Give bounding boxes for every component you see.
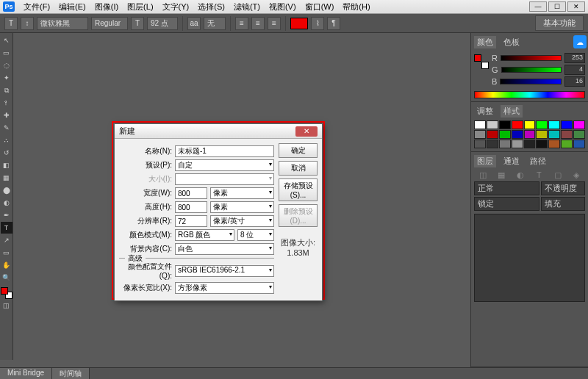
move-tool[interactable]: ↖ — [1, 35, 12, 46]
tab-channels[interactable]: 通道 — [501, 155, 523, 167]
swatch-item[interactable] — [561, 120, 573, 129]
save-preset-button[interactable]: 存储预设(S)... — [279, 178, 318, 201]
filter-pixel-icon[interactable]: ▦ — [493, 170, 511, 180]
type-tool[interactable]: T — [1, 222, 12, 234]
gradient-tool[interactable]: ▦ — [1, 172, 12, 184]
align-center-icon[interactable]: ≡ — [251, 17, 265, 30]
aspect-select[interactable]: 方形像素 — [175, 282, 274, 294]
cancel-button[interactable]: 取消 — [279, 161, 318, 176]
swatch-item[interactable] — [524, 130, 536, 139]
minibridge-tab[interactable]: Mini Bridge — [0, 368, 52, 379]
swatch-item[interactable] — [487, 140, 498, 148]
eraser-tool[interactable]: ◧ — [1, 159, 12, 171]
antialias-select[interactable]: aa — [187, 17, 201, 30]
swatch-item[interactable] — [499, 130, 511, 139]
swatch-item[interactable] — [524, 120, 536, 129]
resolution-unit-select[interactable]: 像素/英寸 — [210, 215, 274, 227]
filter-shape-icon[interactable]: ▢ — [549, 170, 567, 180]
swatch-item[interactable] — [474, 140, 486, 148]
menu-edit[interactable]: 编辑(E) — [54, 0, 90, 14]
text-color-swatch[interactable] — [290, 18, 308, 29]
zoom-tool[interactable]: 🔍 — [1, 272, 12, 284]
panel-bg-color[interactable] — [481, 62, 489, 69]
dialog-titlebar[interactable]: 新建 ✕ — [115, 124, 322, 139]
filter-adjust-icon[interactable]: ◐ — [512, 170, 529, 180]
swatch-item[interactable] — [573, 130, 585, 139]
swatch-item[interactable] — [512, 140, 523, 148]
panel-fg-bg[interactable] — [474, 54, 489, 69]
swatch-item[interactable] — [536, 120, 548, 129]
advanced-divider[interactable]: 高级 — [119, 258, 274, 259]
marquee-tool[interactable]: ▭ — [1, 47, 12, 59]
g-slider[interactable] — [501, 67, 562, 73]
type-tool-icon[interactable]: T — [4, 17, 18, 30]
close-button[interactable]: ✕ — [567, 1, 585, 12]
menu-view[interactable]: 视图(V) — [265, 0, 301, 14]
swatch-item[interactable] — [487, 130, 498, 139]
menu-window[interactable]: 窗口(W) — [301, 0, 339, 14]
preset-select[interactable]: 自定 — [175, 159, 274, 171]
shape-tool[interactable]: ▭ — [1, 247, 12, 259]
crop-tool[interactable]: ⧉ — [1, 84, 12, 96]
tab-styles[interactable]: 样式 — [501, 105, 523, 118]
bgcontents-select[interactable]: 白色 — [175, 243, 274, 255]
panel-fg-color[interactable] — [474, 54, 481, 62]
tab-adjustments[interactable]: 调整 — [474, 105, 496, 118]
font-size-input[interactable] — [147, 17, 178, 30]
hue-strip[interactable] — [474, 91, 585, 98]
antialias-value[interactable] — [204, 17, 226, 30]
filter-kind-icon[interactable]: ◫ — [474, 170, 492, 180]
foreground-color[interactable] — [1, 287, 8, 295]
maximize-button[interactable]: ☐ — [548, 1, 566, 12]
wand-tool[interactable]: ✦ — [1, 72, 12, 84]
tab-layers[interactable]: 图层 — [474, 155, 496, 167]
swatch-item[interactable] — [512, 120, 523, 129]
warp-text-icon[interactable]: ⌇ — [311, 17, 324, 30]
swatch-item[interactable] — [499, 140, 511, 148]
swatch-item[interactable] — [512, 130, 523, 139]
swatch-item[interactable] — [573, 120, 585, 129]
layers-list[interactable] — [474, 214, 585, 302]
swatch-item[interactable] — [548, 120, 560, 129]
swatch-item[interactable] — [474, 130, 486, 139]
ok-button[interactable]: 确定 — [279, 143, 318, 158]
minimize-button[interactable]: — — [529, 1, 547, 12]
fg-bg-colors[interactable] — [1, 287, 12, 299]
menu-type[interactable]: 文字(Y) — [158, 0, 194, 14]
lock-controls[interactable]: 锁定 — [474, 197, 539, 211]
swatch-item[interactable] — [548, 130, 560, 139]
font-style-select[interactable] — [91, 17, 128, 30]
brush-tool[interactable]: ✎ — [1, 122, 12, 134]
swatch-item[interactable] — [524, 140, 536, 148]
r-value[interactable]: 253 — [564, 53, 585, 63]
workspace-switcher[interactable]: 基本功能 — [535, 15, 584, 31]
width-unit-select[interactable]: 像素 — [210, 187, 274, 199]
height-unit-select[interactable]: 像素 — [210, 201, 274, 213]
eyedropper-tool[interactable]: ⫯ — [1, 97, 12, 109]
blend-mode-select[interactable]: 正常 — [474, 181, 539, 195]
swatch-item[interactable] — [561, 140, 573, 148]
tab-paths[interactable]: 路径 — [527, 155, 549, 167]
align-right-icon[interactable]: ≡ — [268, 17, 281, 30]
swatch-item[interactable] — [536, 130, 548, 139]
menu-image[interactable]: 图像(I) — [90, 0, 123, 14]
profile-select[interactable]: sRGB IEC61966-2.1 — [175, 265, 274, 277]
b-value[interactable]: 16 — [564, 76, 585, 87]
blur-tool[interactable]: ⬤ — [1, 184, 12, 196]
name-input[interactable] — [175, 145, 274, 157]
menu-layer[interactable]: 图层(L) — [123, 0, 157, 14]
width-input[interactable] — [175, 187, 207, 199]
b-slider[interactable] — [500, 79, 562, 84]
filter-type-icon[interactable]: T — [531, 170, 548, 180]
font-family-select[interactable] — [37, 17, 88, 30]
swatch-item[interactable] — [474, 120, 486, 129]
cloud-icon[interactable]: ☁ — [573, 35, 587, 48]
tab-swatches[interactable]: 色板 — [501, 36, 523, 48]
menu-file[interactable]: 文件(F) — [19, 0, 54, 14]
r-slider[interactable] — [501, 55, 562, 61]
dialog-close-button[interactable]: ✕ — [295, 126, 318, 137]
menu-filter[interactable]: 滤镜(T) — [229, 0, 265, 14]
path-select-tool[interactable]: ↗ — [1, 234, 12, 246]
swatch-item[interactable] — [487, 120, 498, 129]
character-panel-icon[interactable]: ¶ — [327, 17, 340, 30]
